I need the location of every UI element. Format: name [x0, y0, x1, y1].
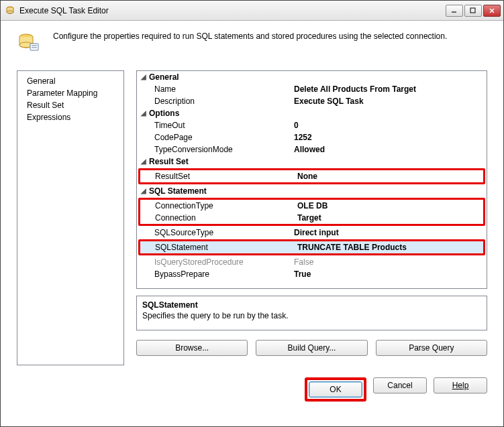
category-general[interactable]: ◢General [137, 71, 487, 83]
prop-value: Direct input [291, 227, 487, 239]
build-query-button[interactable]: Build Query... [256, 340, 367, 356]
prop-value: 0 [291, 119, 487, 131]
prop-value: True [291, 268, 487, 280]
prop-label: TimeOut [137, 119, 291, 131]
prop-label: CodePage [137, 131, 291, 143]
cancel-button[interactable]: Cancel [373, 377, 427, 393]
titlebar: Execute SQL Task Editor [1, 1, 503, 21]
property-row[interactable]: SQLSourceTypeDirect input [137, 227, 487, 239]
footer-buttons: OK Cancel Help [1, 365, 503, 402]
prop-label: Name [137, 83, 291, 95]
collapse-icon: ◢ [141, 107, 149, 119]
svg-rect-3 [470, 8, 475, 13]
sidebar-item-parameter-mapping[interactable]: Parameter Mapping [17, 87, 123, 99]
property-row[interactable]: ConnectionTarget [140, 212, 483, 224]
task-icon [17, 30, 41, 54]
prop-value: False [291, 256, 487, 268]
svg-rect-8 [30, 44, 38, 50]
parse-query-button[interactable]: Parse Query [376, 340, 487, 356]
description-title: SQLStatement [142, 300, 481, 310]
window-title: Execute SQL Task Editor [19, 6, 446, 15]
property-row[interactable]: ConnectionTypeOLE DB [140, 200, 483, 212]
header-section: Configure the properties required to run… [1, 21, 503, 70]
browse-button[interactable]: Browse... [136, 340, 248, 356]
prop-value: None [295, 170, 483, 182]
category-options[interactable]: ◢Options [137, 107, 487, 119]
highlight-connection: ConnectionTypeOLE DB ConnectionTarget [138, 198, 485, 226]
prop-label: IsQueryStoredProcedure [137, 256, 291, 268]
property-row: IsQueryStoredProcedureFalse [137, 256, 487, 268]
category-sql-statement[interactable]: ◢SQL Statement [137, 185, 487, 197]
sidebar-item-general[interactable]: General [17, 75, 123, 87]
prop-value: OLE DB [295, 200, 483, 212]
property-row[interactable]: DescriptionExecute SQL Task [137, 95, 487, 107]
prop-value: Execute SQL Task [291, 95, 487, 107]
prop-label: TypeConversionMode [137, 143, 291, 156]
prop-label: Connection [140, 212, 295, 224]
minimize-button[interactable] [446, 5, 463, 17]
sidebar: General Parameter Mapping Result Set Exp… [17, 70, 124, 365]
close-button[interactable] [483, 5, 501, 17]
prop-value: 1252 [291, 131, 487, 143]
property-grid: ◢General NameDelete All Products From Ta… [136, 70, 487, 289]
ok-button[interactable]: OK [309, 381, 362, 398]
property-row[interactable]: TypeConversionModeAllowed [137, 143, 487, 156]
property-row[interactable]: NameDelete All Products From Target [137, 83, 487, 95]
property-row[interactable]: CodePage1252 [137, 131, 487, 143]
collapse-icon: ◢ [141, 185, 149, 197]
prop-label: ConnectionType [140, 200, 295, 212]
property-row[interactable]: BypassPrepareTrue [137, 268, 487, 280]
sidebar-item-result-set[interactable]: Result Set [17, 99, 123, 111]
prop-label: SQLSourceType [137, 227, 291, 239]
help-button[interactable]: Help [434, 377, 487, 393]
prop-label: ResultSet [140, 170, 295, 182]
maximize-button[interactable] [464, 5, 482, 17]
collapse-icon: ◢ [141, 71, 149, 83]
prop-value: Allowed [291, 143, 487, 156]
collapse-icon: ◢ [141, 156, 149, 168]
app-icon [5, 5, 15, 16]
property-row[interactable]: ResultSetNone [140, 170, 483, 182]
property-row[interactable]: TimeOut0 [137, 119, 487, 131]
prop-label: SQLStatement [140, 241, 295, 253]
description-text: Specifies the query to be run by the tas… [142, 311, 481, 320]
prop-value: TRUNCATE TABLE Products [295, 241, 483, 253]
description-panel: SQLStatement Specifies the query to be r… [136, 296, 487, 330]
highlight-sqlstatement: SQLStatementTRUNCATE TABLE Products [138, 239, 485, 255]
highlight-resultset: ResultSetNone [138, 168, 485, 184]
prop-value: Target [295, 212, 483, 224]
category-result-set[interactable]: ◢Result Set [137, 156, 487, 168]
prop-label: Description [137, 95, 291, 107]
sidebar-item-expressions[interactable]: Expressions [17, 111, 123, 123]
prop-label: BypassPrepare [137, 268, 291, 280]
property-row[interactable]: SQLStatementTRUNCATE TABLE Products [140, 241, 483, 253]
header-description: Configure the properties required to run… [53, 30, 447, 41]
prop-value: Delete All Products From Target [291, 83, 487, 95]
highlight-ok: OK [305, 377, 366, 402]
